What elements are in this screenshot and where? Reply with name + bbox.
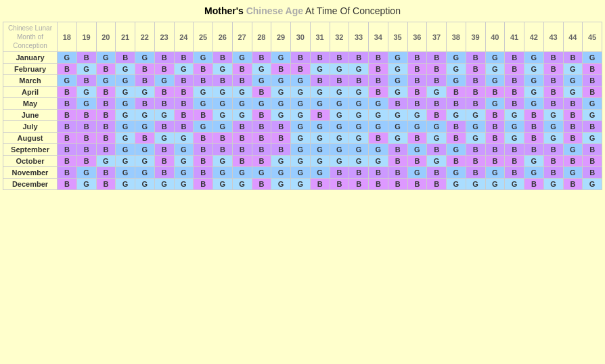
cell-march-39: B: [466, 75, 485, 87]
age-header-41: 41: [505, 22, 524, 52]
cell-july-32: G: [330, 121, 349, 133]
cell-november-24: G: [174, 167, 194, 179]
cell-july-40: B: [485, 121, 505, 133]
cell-february-29: B: [271, 64, 291, 75]
age-header-27: 27: [232, 22, 252, 52]
cell-september-41: B: [505, 144, 524, 156]
age-header-36: 36: [407, 22, 427, 52]
cell-june-27: G: [232, 110, 252, 121]
month-label-august: August: [3, 133, 58, 144]
cell-december-29: G: [271, 179, 291, 190]
cell-july-18: B: [58, 121, 77, 133]
cell-september-27: B: [232, 144, 252, 156]
cell-may-40: G: [485, 98, 505, 110]
cell-september-37: B: [427, 144, 447, 156]
cell-march-32: B: [330, 75, 349, 87]
cell-january-31: B: [310, 52, 330, 64]
cell-july-28: B: [252, 121, 271, 133]
cell-november-29: G: [271, 167, 291, 179]
cell-april-26: G: [213, 87, 233, 98]
cell-september-25: B: [194, 144, 213, 156]
cell-april-41: B: [505, 87, 524, 98]
cell-july-45: B: [583, 121, 602, 133]
month-label-october: October: [3, 156, 58, 167]
cell-june-18: B: [58, 110, 77, 121]
cell-november-40: G: [485, 167, 505, 179]
cell-december-43: G: [543, 179, 563, 190]
cell-may-26: G: [213, 98, 233, 110]
cell-august-20: B: [96, 133, 116, 144]
cell-december-31: B: [310, 179, 330, 190]
cell-december-24: G: [174, 179, 194, 190]
age-header-38: 38: [447, 22, 466, 52]
cell-january-40: G: [485, 52, 505, 64]
cell-december-26: G: [213, 179, 233, 190]
age-header-37: 37: [427, 22, 447, 52]
corner-header: Chinese Lunar Month of Conception: [3, 22, 58, 52]
cell-december-35: B: [388, 179, 407, 190]
cell-february-44: G: [563, 64, 583, 75]
cell-october-21: G: [116, 156, 135, 167]
cell-december-44: B: [563, 179, 583, 190]
cell-july-44: B: [563, 121, 583, 133]
cell-march-23: G: [154, 75, 174, 87]
page-title: Mother's Chinese Age At Time Of Concepti…: [3, 5, 602, 16]
age-header-23: 23: [154, 22, 174, 52]
cell-may-33: G: [349, 98, 369, 110]
cell-august-42: B: [524, 133, 544, 144]
cell-may-20: B: [96, 98, 116, 110]
cell-august-24: G: [174, 133, 194, 144]
cell-january-38: G: [447, 52, 466, 64]
cell-july-35: G: [388, 121, 407, 133]
month-label-december: December: [3, 179, 58, 190]
cell-may-28: G: [252, 98, 271, 110]
cell-december-32: B: [330, 179, 349, 190]
cell-april-22: G: [135, 87, 155, 98]
cell-august-31: G: [310, 133, 330, 144]
table-row: AprilBGBGGBBGGGBGGGGGBGBGBBBBGBGB: [3, 87, 602, 98]
cell-june-23: G: [154, 110, 174, 121]
cell-october-41: B: [505, 156, 524, 167]
cell-december-30: G: [291, 179, 311, 190]
cell-november-36: G: [407, 167, 427, 179]
cell-december-21: G: [116, 179, 135, 190]
cell-april-40: B: [485, 87, 505, 98]
age-header-30: 30: [291, 22, 311, 52]
age-header-32: 32: [330, 22, 349, 52]
cell-october-31: G: [310, 156, 330, 167]
cell-august-45: G: [583, 133, 602, 144]
cell-may-29: G: [271, 98, 291, 110]
cell-february-28: G: [252, 64, 271, 75]
cell-november-44: G: [563, 167, 583, 179]
cell-february-26: G: [213, 64, 233, 75]
table-row: MayBGBGBBBGGGGGGGGGGBBBBBGBGBBG: [3, 98, 602, 110]
cell-january-37: B: [427, 52, 447, 64]
age-header-26: 26: [213, 22, 233, 52]
cell-august-40: B: [485, 133, 505, 144]
cell-july-36: G: [407, 121, 427, 133]
cell-february-23: B: [154, 64, 174, 75]
cell-october-25: B: [194, 156, 213, 167]
age-header-31: 31: [310, 22, 330, 52]
cell-october-28: B: [252, 156, 271, 167]
cell-march-29: G: [271, 75, 291, 87]
cell-october-34: G: [369, 156, 388, 167]
cell-february-24: G: [174, 64, 194, 75]
cell-november-27: G: [232, 167, 252, 179]
cell-may-43: B: [543, 98, 563, 110]
cell-january-23: B: [154, 52, 174, 64]
cell-june-44: B: [563, 110, 583, 121]
cell-august-38: B: [447, 133, 466, 144]
cell-march-18: G: [58, 75, 77, 87]
cell-november-38: G: [447, 167, 466, 179]
cell-march-21: G: [116, 75, 135, 87]
cell-january-27: G: [232, 52, 252, 64]
cell-may-31: G: [310, 98, 330, 110]
cell-october-36: B: [407, 156, 427, 167]
cell-january-28: B: [252, 52, 271, 64]
cell-february-27: B: [232, 64, 252, 75]
cell-october-33: G: [349, 156, 369, 167]
cell-january-24: B: [174, 52, 194, 64]
age-header-29: 29: [271, 22, 291, 52]
cell-february-18: B: [58, 64, 77, 75]
